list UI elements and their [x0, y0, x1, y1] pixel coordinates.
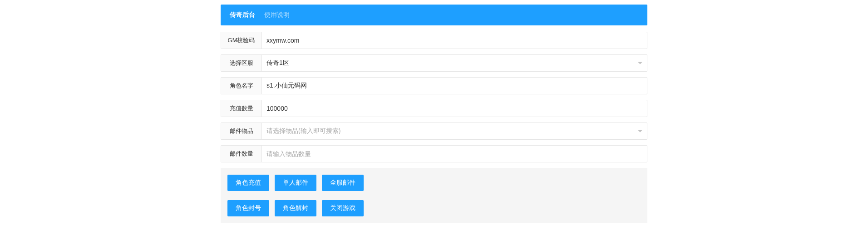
- role-ban-button[interactable]: 角色封号: [227, 200, 269, 216]
- all-server-mail-button[interactable]: 全服邮件: [322, 175, 364, 191]
- recharge-amount-row: 充值数量: [221, 100, 647, 117]
- role-unban-button[interactable]: 角色解封: [275, 200, 316, 216]
- recharge-amount-input[interactable]: [262, 100, 647, 117]
- header: 传奇后台 使用说明: [221, 5, 647, 25]
- single-mail-button[interactable]: 单人邮件: [275, 175, 316, 191]
- button-row-2: 角色封号 角色解封 关闭游戏: [227, 200, 641, 216]
- role-name-label: 角色名字: [221, 78, 262, 94]
- chevron-down-icon: [638, 130, 642, 132]
- gm-code-row: GM校验码: [221, 32, 647, 49]
- mail-amount-row: 邮件数量: [221, 145, 647, 162]
- mail-amount-input[interactable]: [262, 146, 647, 162]
- close-game-button[interactable]: 关闭游戏: [322, 200, 364, 216]
- role-recharge-button[interactable]: 角色充值: [227, 175, 269, 191]
- button-section: 角色充值 单人邮件 全服邮件 角色封号 角色解封 关闭游戏: [221, 168, 647, 223]
- server-row: 选择区服 传奇1区: [221, 54, 647, 72]
- header-title: 传奇后台: [230, 11, 255, 19]
- button-row-1: 角色充值 单人邮件 全服邮件: [227, 175, 641, 191]
- mail-item-row: 邮件物品 请选择物品(输入即可搜索): [221, 122, 647, 140]
- role-name-row: 角色名字: [221, 77, 647, 94]
- server-select[interactable]: 传奇1区: [262, 55, 647, 71]
- role-name-input[interactable]: [262, 78, 647, 94]
- chevron-down-icon: [638, 62, 642, 64]
- recharge-amount-label: 充值数量: [221, 100, 262, 117]
- mail-item-select[interactable]: 请选择物品(输入即可搜索): [262, 123, 647, 139]
- gm-code-input[interactable]: [262, 32, 647, 49]
- mail-item-label: 邮件物品: [221, 123, 262, 139]
- gm-code-label: GM校验码: [221, 32, 262, 49]
- mail-amount-label: 邮件数量: [221, 146, 262, 162]
- server-label: 选择区服: [221, 55, 262, 71]
- header-usage-link[interactable]: 使用说明: [264, 11, 290, 19]
